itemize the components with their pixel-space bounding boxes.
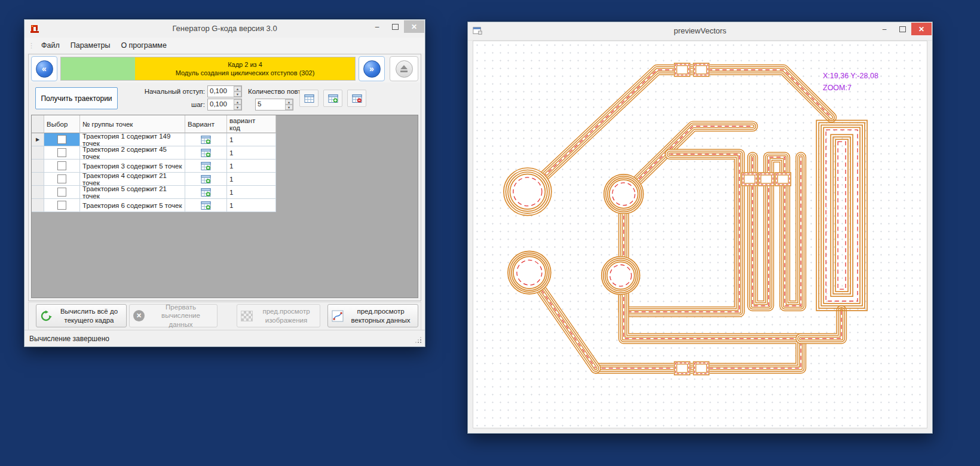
trace-right-spiral (816, 120, 867, 311)
row-checkbox-cell[interactable] (44, 146, 80, 160)
prev-frame-button[interactable]: « (31, 56, 57, 81)
cursor-coords: X:19,36 Y:-28,08 (823, 70, 878, 82)
variant-cell[interactable] (185, 173, 227, 186)
header-group[interactable]: № группы точек (80, 115, 185, 133)
resize-grip[interactable] (420, 342, 421, 343)
header-select[interactable]: Выбор (44, 115, 80, 133)
row-checkbox-cell[interactable] (44, 173, 80, 186)
row-selector[interactable] (32, 173, 44, 186)
checkbox[interactable] (57, 174, 66, 183)
step-value[interactable]: 0,100 (210, 100, 227, 108)
minimize-button[interactable]: – (875, 23, 893, 35)
close-button[interactable]: ✕ (911, 23, 932, 35)
cancel-x-icon: ✕ (133, 310, 145, 321)
variant-code[interactable]: 1 (227, 186, 276, 199)
menu-file[interactable]: Файл (36, 39, 65, 52)
spin-up-icon[interactable]: ▲ (285, 99, 293, 105)
menu-about[interactable]: О программе (115, 39, 172, 52)
refresh-icon (40, 310, 52, 322)
trajectories-grid[interactable]: Выбор № группы точек Вариант вариант код… (31, 115, 418, 298)
maximize-button[interactable] (893, 23, 911, 35)
abort-button: ✕ Прервать вычисление данных (129, 304, 218, 327)
checkbox[interactable] (57, 188, 66, 197)
row-checkbox-cell[interactable] (44, 160, 80, 173)
spin-down-icon[interactable]: ▼ (234, 105, 241, 110)
initial-offset-spinner[interactable]: 0,100 ▲▼ (207, 85, 242, 97)
row-selector[interactable] (32, 186, 44, 199)
minimize-button[interactable]: – (368, 20, 386, 33)
trajectory-label[interactable]: Траектория 1 содержит 149 точек (80, 133, 185, 146)
variant-code[interactable]: 1 (227, 146, 276, 160)
variant-code[interactable]: 1 (227, 199, 276, 212)
row-selector[interactable] (32, 160, 44, 173)
variant-cell[interactable] (185, 199, 227, 212)
trajectory-label[interactable]: Траектория 2 содержит 45 точек (80, 146, 185, 160)
table-row[interactable]: Траектория 3 содержит 5 точек 1 (32, 160, 276, 173)
menu-bar: ⋮ Файл Параметры О программе (24, 38, 425, 53)
spin-up-icon[interactable]: ▲ (234, 86, 241, 91)
eject-button[interactable] (390, 56, 418, 81)
checkbox[interactable] (57, 161, 66, 170)
frame-counter: Кадр 2 из 4 (228, 60, 262, 69)
vector-canvas[interactable]: X:19,36 Y:-28,08 ZOOM:7 (473, 41, 927, 428)
spin-up-icon[interactable]: ▲ (234, 99, 241, 105)
title-bar[interactable]: Генератор G-кода версия 3.0 – ✕ (24, 20, 425, 38)
checkbox[interactable] (57, 148, 66, 157)
table-row[interactable]: ▶ Траектория 1 содержит 149 точек 1 (32, 133, 276, 146)
row-selector[interactable] (32, 146, 44, 160)
spin-down-icon[interactable]: ▼ (234, 91, 241, 97)
checkbox[interactable] (57, 201, 66, 210)
header-variant[interactable]: Вариант (185, 115, 227, 133)
get-trajectories-button[interactable]: Получить траектории (35, 87, 118, 109)
repeats-value[interactable]: 5 (258, 100, 261, 108)
initial-offset-value[interactable]: 0,100 (210, 87, 227, 94)
calc-all-button[interactable]: Вычислить всё до текущего кадра (36, 304, 127, 327)
variant-code[interactable]: 1 (227, 133, 276, 146)
checkbox[interactable] (57, 135, 66, 144)
window-title: previewVectors (468, 22, 932, 40)
window-title: Генератор G-кода версия 3.0 (24, 20, 425, 38)
table-row[interactable]: Траектория 2 содержит 45 точек 1 (32, 146, 276, 160)
table-row[interactable]: Траектория 6 содержит 5 точек 1 (32, 199, 276, 212)
variant-cell[interactable] (185, 160, 227, 173)
variant-code[interactable]: 1 (227, 173, 276, 186)
title-bar[interactable]: previewVectors – ✕ (468, 22, 932, 41)
round-pad (601, 256, 641, 295)
table-tool-button[interactable] (299, 90, 318, 107)
module-name: Модуль создания циклических отступов (30… (176, 69, 315, 77)
trajectory-label[interactable]: Траектория 5 содержит 21 точек (80, 186, 185, 199)
menu-parameters[interactable]: Параметры (65, 39, 116, 52)
current-row-arrow-icon: ▶ (36, 137, 39, 142)
gcode-generator-window: Генератор G-кода версия 3.0 – ✕ ⋮ Файл П… (24, 19, 425, 347)
preview-vectors-button[interactable]: пред.просмотр векторных данных (327, 304, 418, 327)
table-row[interactable]: Траектория 5 содержит 21 точек 1 (32, 186, 276, 199)
row-checkbox-cell[interactable] (44, 186, 80, 199)
trajectory-label[interactable]: Траектория 3 содержит 5 точек (80, 160, 185, 173)
next-frame-button[interactable]: » (359, 56, 385, 81)
maximize-button[interactable] (386, 20, 404, 33)
header-variant-code[interactable]: вариант код (227, 115, 276, 133)
table-remove-button[interactable] (347, 90, 366, 107)
table-delete-icon (352, 94, 362, 103)
table-add-button[interactable] (323, 90, 342, 107)
row-checkbox-cell[interactable] (44, 199, 80, 212)
actions-panel: Вычислить всё до текущего кадра ✕ Прерва… (28, 302, 421, 330)
round-pad (507, 250, 552, 295)
trajectory-label[interactable]: Траектория 6 содержит 5 точек (80, 199, 185, 212)
variant-cell[interactable] (185, 146, 227, 160)
row-selector[interactable]: ▶ (32, 133, 44, 146)
table-plus-icon (328, 94, 338, 103)
trajectory-label[interactable]: Траектория 4 содержит 21 точек (80, 173, 185, 186)
repeats-spinner[interactable]: 5 ▲▼ (255, 99, 293, 111)
step-spinner[interactable]: 0,100 ▲▼ (207, 99, 242, 111)
variant-code[interactable]: 1 (227, 160, 276, 173)
row-selector[interactable] (32, 199, 44, 212)
vector-preview-drawing[interactable] (473, 41, 927, 428)
row-checkbox-cell[interactable] (44, 133, 80, 146)
close-button[interactable]: ✕ (404, 20, 424, 33)
variant-cell[interactable] (185, 133, 227, 146)
spin-down-icon[interactable]: ▼ (285, 105, 293, 110)
table-row[interactable]: Траектория 4 содержит 21 точек 1 (32, 173, 276, 186)
double-right-arrow-icon: » (363, 60, 381, 78)
variant-cell[interactable] (185, 186, 227, 199)
